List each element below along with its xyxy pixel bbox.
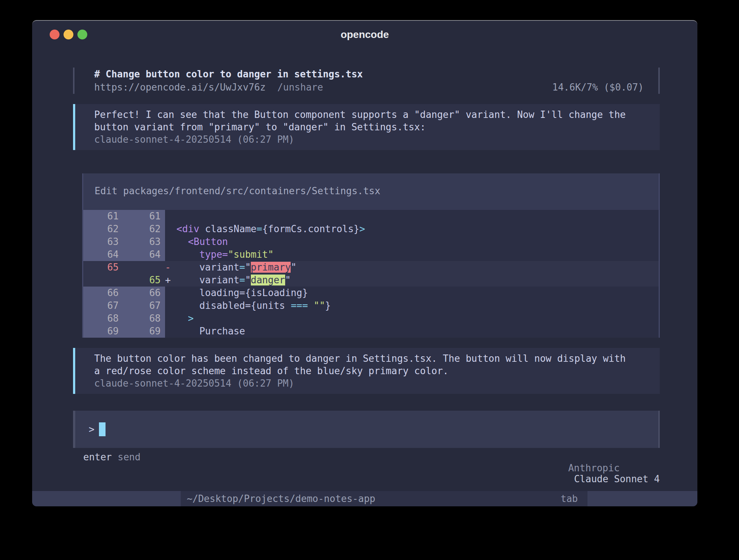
app-version-chip: opencode v0.3.11 bbox=[32, 491, 181, 506]
main-content: # Change button color to danger in setti… bbox=[32, 44, 697, 491]
diff-row: 65- variant="primary" bbox=[83, 261, 659, 274]
diff-row: 6464 type="submit" bbox=[83, 248, 659, 261]
prompt-symbol: > bbox=[89, 424, 95, 435]
diff-row: 6161 bbox=[83, 210, 659, 223]
model-name: Claude Sonnet 4 bbox=[574, 473, 660, 484]
titlebar: opencode bbox=[32, 21, 697, 44]
enter-key-hint: enter bbox=[83, 452, 112, 491]
unshare-command[interactable]: /unshare bbox=[277, 81, 323, 94]
session-title: # Change button color to danger in setti… bbox=[94, 68, 658, 81]
diff-row: 6262 <div className={formCs.controls}> bbox=[83, 223, 659, 235]
message-line: Perfect! I can see that the Button compo… bbox=[94, 108, 660, 121]
diff-row: 65+ variant="danger" bbox=[83, 274, 659, 287]
window-title: opencode bbox=[32, 29, 697, 41]
edit-tool-block: Edit packages/frontend/src/containers/Se… bbox=[82, 173, 660, 338]
message-model-meta: claude-sonnet-4-20250514 (06:27 PM) bbox=[94, 133, 660, 146]
message-line: button variant from "primary" to "danger… bbox=[94, 121, 660, 133]
prompt-input[interactable]: > bbox=[73, 411, 660, 448]
edit-tool-header: Edit packages/frontend/src/containers/Se… bbox=[83, 173, 659, 210]
diff-row: 6868 > bbox=[83, 312, 659, 325]
message-line: The button color has been changed to dan… bbox=[94, 352, 660, 365]
share-url-link[interactable]: https://opencode.ai/s/UwJxv76z bbox=[94, 81, 266, 94]
session-header: # Change button color to danger in setti… bbox=[73, 68, 660, 94]
input-help-row: enter send Anthropic Claude Sonnet 4 bbox=[73, 452, 660, 491]
diff-rows: 61616262 <div className={formCs.controls… bbox=[83, 210, 659, 338]
edit-tool-title: Edit packages/frontend/src/containers/Se… bbox=[95, 185, 659, 196]
status-bar: opencode v0.3.11 ~/Desktop/Projects/demo… bbox=[32, 491, 697, 506]
text-cursor bbox=[99, 422, 106, 436]
diff-row: 6969 Purchase bbox=[83, 325, 659, 338]
diff-view: 61616262 <div className={formCs.controls… bbox=[83, 210, 659, 338]
assistant-message: Perfect! I can see that the Button compo… bbox=[73, 104, 660, 150]
context-usage-stats: 14.6K/7% ($0.07) bbox=[552, 81, 658, 94]
diff-row: 6767 disabled={units === ""} bbox=[83, 299, 659, 312]
model-provider: Anthropic bbox=[568, 463, 620, 473]
send-action-hint: send bbox=[118, 452, 141, 491]
message-line: a red/rose color scheme instead of the b… bbox=[94, 365, 660, 377]
tab-key-hint: tab bbox=[561, 491, 587, 506]
opencode-window: opencode # Change button color to danger… bbox=[32, 20, 697, 506]
diff-row: 6666 loading={isLoading} bbox=[83, 287, 659, 299]
working-directory: ~/Desktop/Projects/demo-notes-app bbox=[187, 491, 375, 506]
message-model-meta: claude-sonnet-4-20250514 (06:27 PM) bbox=[94, 377, 660, 390]
mode-chip: BUILD MODE bbox=[587, 491, 697, 506]
assistant-message: The button color has been changed to dan… bbox=[73, 348, 660, 394]
diff-row: 6363 <Button bbox=[83, 235, 659, 248]
